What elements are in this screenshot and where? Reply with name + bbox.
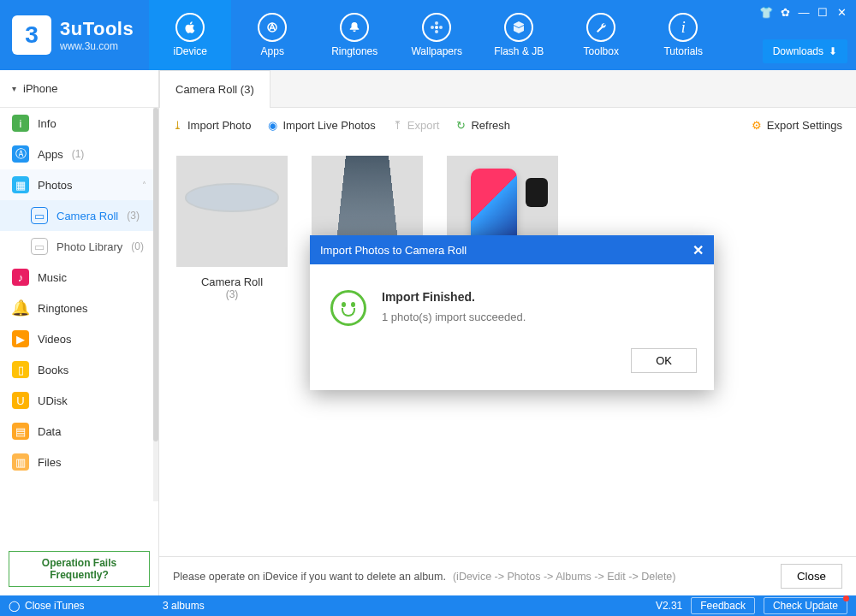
help-link[interactable]: Operation Fails Frequently? [9,551,150,587]
maximize-icon[interactable]: ☐ [815,5,830,19]
dialog-title: Import Photos to Camera Roll [320,244,467,257]
sidebar-item-ringtones[interactable]: 🔔 Ringtones [0,293,158,323]
app-url: www.3u.com [60,40,134,52]
svg-point-4 [431,26,434,29]
photo-icon: ▦ [12,176,29,193]
tab-camera-roll[interactable]: Camera Roll (3) [159,70,270,108]
status-bar: ◯ Close iTunes 3 albums V2.31 Feedback C… [0,595,856,616]
apps-icon [258,13,287,42]
sidebar-item-files[interactable]: ▥ Files [0,447,158,477]
dialog-title-bar: Import Photos to Camera Roll ✕ [310,235,714,264]
import-live-photos-button[interactable]: ◉ Import Live Photos [268,119,375,132]
shirt-icon[interactable]: 👕 [758,5,774,19]
sidebar-scrollbar[interactable] [153,108,158,501]
success-icon [330,290,366,326]
download-icon: ⬇ [829,45,837,57]
sidebar-device[interactable]: ▾ iPhone [0,70,158,108]
minimize-icon[interactable]: — [796,5,811,19]
app-header: 3 3uTools www.3u.com iDevice Apps Ringto… [0,0,856,70]
info-icon: i [669,13,698,42]
nav-idevice[interactable]: iDevice [149,0,231,70]
chevron-down-icon: ▾ [12,84,16,93]
video-icon: ▶ [12,330,29,347]
gear-icon: ⚙ [752,119,762,132]
version-label: V2.31 [656,600,682,612]
svg-point-5 [439,26,443,29]
files-icon: ▥ [12,453,29,471]
info-text: Please operate on iDevice if you want to… [173,571,446,583]
album-count: 3 albums [163,600,205,612]
album-icon: ▭ [31,207,48,224]
circle-icon: ◯ [9,600,20,612]
nav-wallpapers[interactable]: Wallpapers [395,0,478,70]
refresh-button[interactable]: ↻ Refresh [456,119,510,132]
dialog-message: 1 photo(s) import succeeded. [382,311,526,323]
close-icon[interactable]: ✕ [834,5,849,19]
info-hint: (iDevice -> Photos -> Albums -> Edit -> … [453,571,676,583]
info-icon: i [12,115,29,132]
close-itunes-button[interactable]: ◯ Close iTunes [9,600,154,612]
apps-icon: Ⓐ [12,145,29,163]
sidebar-item-info[interactable]: i Info [0,108,158,139]
import-result-dialog: Import Photos to Camera Roll ✕ Import Fi… [310,235,714,390]
data-icon: ▤ [12,423,29,440]
export-button: ⤒ Export [393,119,440,132]
svg-point-1 [435,26,438,29]
sidebar-item-photo-library[interactable]: ▭ Photo Library (0) [0,231,158,262]
sidebar-item-udisk[interactable]: U UDisk [0,385,158,416]
refresh-icon: ↻ [456,119,466,132]
app-name: 3uTools [60,18,134,40]
sidebar-item-videos[interactable]: ▶ Videos [0,323,158,354]
chevron-up-icon: ˄ [142,181,146,190]
info-bar: Please operate on iDevice if you want to… [159,556,856,595]
nav-tabs: iDevice Apps Ringtones Wallpapers Flash … [149,0,724,70]
live-icon: ◉ [268,119,277,132]
apple-icon [175,13,205,42]
downloads-button[interactable]: Downloads ⬇ [763,39,847,63]
sidebar-item-apps[interactable]: Ⓐ Apps (1) [0,139,158,169]
book-icon: ▯ [12,361,29,378]
import-photo-button[interactable]: ⤓ Import Photo [173,119,251,132]
settings-icon[interactable]: ✿ [777,5,793,19]
nav-apps[interactable]: Apps [231,0,313,70]
music-icon: ♪ [12,269,29,286]
album-thumbnail [176,156,288,267]
bell-icon: 🔔 [12,299,29,317]
nav-ringtones[interactable]: Ringtones [313,0,395,70]
nav-tutorials[interactable]: i Tutorials [642,0,724,70]
import-icon: ⤓ [173,119,182,132]
folder-icon: ▭ [31,238,48,255]
svg-point-3 [435,30,438,33]
flower-icon [422,13,451,42]
wrench-icon [586,13,615,42]
udisk-icon: U [12,392,29,409]
ok-button[interactable]: OK [631,348,697,373]
export-icon: ⤒ [393,119,402,132]
content-tabs: Camera Roll (3) [159,70,856,108]
toolbar: ⤓ Import Photo ◉ Import Live Photos ⤒ Ex… [159,108,856,142]
sidebar-item-photos[interactable]: ▦ Photos ˄ [0,169,158,200]
sidebar-item-books[interactable]: ▯ Books [0,354,158,385]
album-camera-roll[interactable]: Camera Roll (3) [176,156,288,300]
bell-icon [340,13,369,42]
sidebar-item-data[interactable]: ▤ Data [0,416,158,447]
nav-flash-jb[interactable]: Flash & JB [478,0,560,70]
sidebar-item-camera-roll[interactable]: ▭ Camera Roll (3) [0,200,158,231]
nav-toolbox[interactable]: Toolbox [560,0,642,70]
dialog-close-icon[interactable]: ✕ [693,242,704,258]
box-icon [504,13,533,42]
logo: 3 3uTools www.3u.com [0,0,149,70]
window-controls: 👕 ✿ — ☐ ✕ [758,5,849,19]
logo-icon: 3 [12,15,51,55]
export-settings-button[interactable]: ⚙ Export Settings [752,119,842,132]
sidebar: ▾ iPhone i Info Ⓐ Apps (1) ▦ Photos ˄ ▭ … [0,70,159,595]
dialog-heading: Import Finished. [382,290,526,304]
close-button[interactable]: Close [781,564,842,589]
feedback-button[interactable]: Feedback [691,597,755,614]
check-update-button[interactable]: Check Update [764,597,847,614]
sidebar-item-music[interactable]: ♪ Music [0,262,158,293]
svg-point-2 [435,21,438,25]
notification-dot [843,595,849,601]
